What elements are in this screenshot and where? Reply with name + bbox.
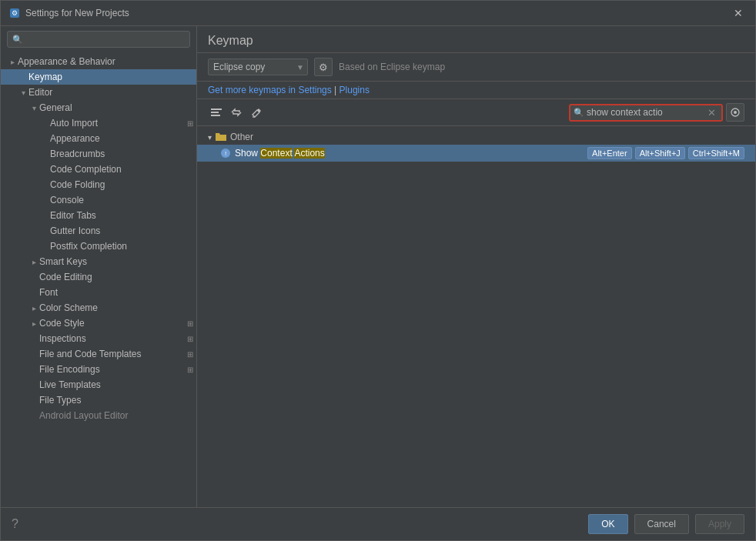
plugins-link[interactable]: Plugins bbox=[340, 85, 370, 95]
sidebar-item-android-layout[interactable]: Android Layout Editor bbox=[1, 408, 196, 423]
auto-import-badge: ⊞ bbox=[187, 119, 193, 128]
item-label: Show Context Actions bbox=[235, 148, 587, 159]
sidebar-item-color-scheme[interactable]: ▸ Color Scheme bbox=[1, 300, 196, 316]
get-more-keymaps-link[interactable]: Get more keymaps in Settings bbox=[208, 85, 332, 95]
search-field-wrapper: 🔍 ✕ bbox=[569, 104, 723, 122]
edit-button[interactable] bbox=[248, 104, 265, 121]
sidebar-label-color-scheme: Color Scheme bbox=[39, 302, 193, 313]
sidebar-item-inspections[interactable]: Inspections ⊞ bbox=[1, 331, 196, 346]
sidebar-label-auto-import: Auto Import bbox=[50, 118, 184, 129]
align-button[interactable] bbox=[208, 104, 225, 121]
sidebar-item-smart-keys[interactable]: ▸ Smart Keys bbox=[1, 254, 196, 269]
sidebar-tree: ▸ Appearance & Behavior Keymap ▾ Editor bbox=[1, 52, 196, 507]
arrow-postfix-completion bbox=[39, 241, 50, 252]
sidebar-item-gutter-icons[interactable]: Gutter Icons bbox=[1, 223, 196, 239]
sidebar-label-appearance: Appearance bbox=[50, 133, 193, 144]
arrow-code-folding bbox=[39, 179, 50, 190]
sidebar-label-font: Font bbox=[39, 287, 193, 298]
sidebar-item-file-code-templates[interactable]: File and Code Templates ⊞ bbox=[1, 346, 196, 362]
sidebar-item-appearance-behavior[interactable]: ▸ Appearance & Behavior bbox=[1, 54, 196, 69]
group-arrow-icon: ▾ bbox=[208, 133, 212, 142]
app-icon: ⚙ bbox=[8, 7, 21, 19]
sidebar-item-auto-import[interactable]: Auto Import ⊞ bbox=[1, 115, 196, 131]
help-button[interactable]: ? bbox=[12, 517, 18, 531]
sidebar-item-breadcrumbs[interactable]: Breadcrumbs bbox=[1, 146, 196, 162]
links-row: Get more keymaps in Settings | Plugins bbox=[197, 82, 755, 99]
keymap-dropdown-wrapper: Eclipse copy ▼ bbox=[208, 58, 308, 75]
toolbar-row: 🔍 ✕ bbox=[197, 99, 755, 126]
sidebar-label-editor: Editor bbox=[28, 87, 193, 98]
code-style-badge: ⊞ bbox=[187, 319, 193, 328]
arrow-code-style: ▸ bbox=[28, 318, 39, 329]
svg-rect-3 bbox=[211, 112, 219, 113]
search-clear-button[interactable]: ✕ bbox=[707, 107, 716, 119]
sidebar-search-input[interactable] bbox=[26, 34, 185, 45]
sidebar-item-appearance[interactable]: Appearance bbox=[1, 131, 196, 146]
sidebar-label-console: Console bbox=[50, 195, 193, 205]
svg-rect-2 bbox=[211, 109, 222, 110]
search-expand-button[interactable] bbox=[726, 103, 744, 122]
sidebar-item-code-completion[interactable]: Code Completion bbox=[1, 162, 196, 177]
sidebar-item-editor-tabs[interactable]: Editor Tabs bbox=[1, 208, 196, 223]
match-context: Context bbox=[260, 148, 292, 159]
apply-button[interactable]: Apply bbox=[695, 514, 744, 534]
group-label: Other bbox=[230, 132, 253, 142]
panel-title: Keymap bbox=[208, 34, 744, 48]
sidebar-item-console[interactable]: Console bbox=[1, 192, 196, 208]
sidebar-item-code-style[interactable]: ▸ Code Style ⊞ bbox=[1, 316, 196, 331]
sidebar-item-keymap[interactable]: Keymap bbox=[1, 69, 196, 85]
sidebar-label-editor-tabs: Editor Tabs bbox=[50, 210, 193, 221]
search-field-icon: 🔍 bbox=[574, 108, 584, 118]
arrow-general: ▾ bbox=[28, 102, 39, 113]
ok-button[interactable]: OK bbox=[588, 514, 627, 534]
action-icon: ! bbox=[220, 148, 231, 159]
keymap-search-input[interactable] bbox=[587, 107, 706, 118]
sidebar-label-code-style: Code Style bbox=[39, 318, 184, 329]
sidebar-item-code-editing[interactable]: Code Editing bbox=[1, 269, 196, 285]
sidebar-item-postfix-completion[interactable]: Postfix Completion bbox=[1, 239, 196, 254]
arrow-file-code-templates bbox=[28, 349, 39, 359]
dialog-title: Settings for New Projects bbox=[25, 8, 729, 18]
svg-text:⚙: ⚙ bbox=[12, 9, 18, 17]
sidebar-label-keymap: Keymap bbox=[28, 72, 193, 82]
arrow-live-templates bbox=[28, 379, 39, 390]
cancel-button[interactable]: Cancel bbox=[634, 514, 689, 534]
folder-icon bbox=[215, 132, 227, 142]
arrow-code-editing bbox=[28, 272, 39, 282]
sidebar-label-android-layout: Android Layout Editor bbox=[39, 410, 193, 421]
close-button[interactable]: ✕ bbox=[729, 5, 748, 21]
sidebar-label-breadcrumbs: Breadcrumbs bbox=[50, 149, 193, 159]
file-encodings-badge: ⊞ bbox=[187, 366, 193, 374]
sidebar-item-file-types[interactable]: File Types bbox=[1, 392, 196, 408]
match-actions: Actions bbox=[294, 148, 324, 159]
arrow-file-encodings bbox=[28, 364, 39, 375]
shortcut-alt-shift-j: Alt+Shift+J bbox=[635, 147, 685, 159]
unalign-button[interactable] bbox=[228, 104, 245, 121]
sidebar-label-file-types: File Types bbox=[39, 395, 193, 406]
sidebar-item-code-folding[interactable]: Code Folding bbox=[1, 177, 196, 192]
sidebar-search-wrapper: 🔍 bbox=[7, 31, 190, 48]
keymap-gear-button[interactable]: ⚙ bbox=[314, 58, 333, 76]
arrow-editor-tabs bbox=[39, 210, 50, 221]
title-bar: ⚙ Settings for New Projects ✕ bbox=[1, 1, 755, 26]
sidebar-label-gutter-icons: Gutter Icons bbox=[50, 225, 193, 236]
content-area: 🔍 ▸ Appearance & Behavior Keymap bbox=[1, 26, 755, 507]
svg-point-7 bbox=[734, 111, 737, 114]
align-icon bbox=[210, 107, 222, 118]
keymap-dropdown[interactable]: Eclipse copy bbox=[208, 58, 308, 75]
sidebar-item-editor[interactable]: ▾ Editor bbox=[1, 85, 196, 100]
sidebar-label-live-templates: Live Templates bbox=[39, 379, 193, 390]
sidebar-item-font[interactable]: Font bbox=[1, 285, 196, 300]
arrow-auto-import bbox=[39, 118, 50, 129]
arrow-appearance-behavior: ▸ bbox=[7, 56, 18, 67]
arrow-gutter-icons bbox=[39, 225, 50, 236]
keymap-group-other[interactable]: ▾ Other bbox=[197, 129, 755, 145]
arrow-font bbox=[28, 287, 39, 298]
sidebar-item-live-templates[interactable]: Live Templates bbox=[1, 377, 196, 392]
keymap-item-show-context-actions[interactable]: ! Show Context Actions Alt+Enter Alt+Shi… bbox=[197, 145, 755, 162]
sidebar-item-file-encodings[interactable]: File Encodings ⊞ bbox=[1, 362, 196, 377]
sidebar-item-general[interactable]: ▾ General bbox=[1, 100, 196, 115]
footer: ? OK Cancel Apply bbox=[1, 507, 755, 540]
main-panel: Keymap Eclipse copy ▼ ⚙ Based on Eclipse… bbox=[197, 26, 755, 507]
arrow-inspections bbox=[28, 333, 39, 344]
